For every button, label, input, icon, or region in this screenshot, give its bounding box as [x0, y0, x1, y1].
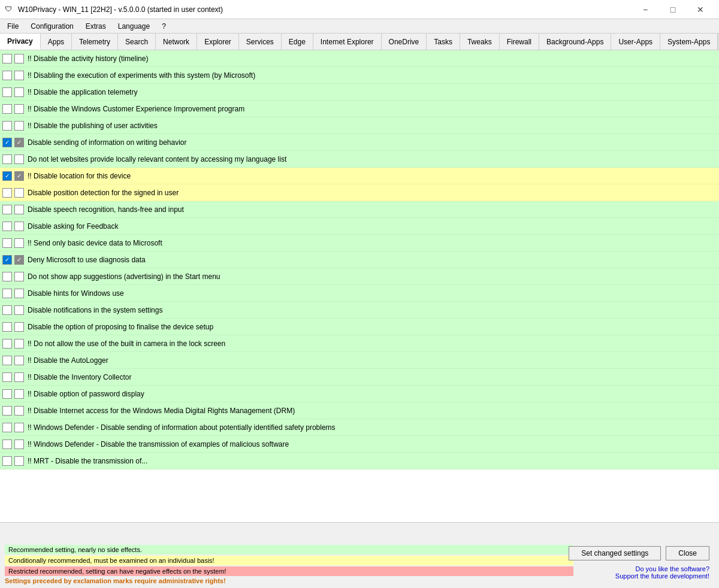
checkbox-inner[interactable]: [14, 440, 24, 449]
checkbox-outer[interactable]: [2, 87, 12, 97]
tab-telemetry[interactable]: Telemetry: [72, 34, 118, 50]
checkbox-inner[interactable]: [14, 456, 24, 466]
item-label: !! Disable Internet access for the Windo…: [28, 407, 295, 415]
checkbox-inner[interactable]: [14, 154, 24, 164]
list-item: !! Disable Internet access for the Windo…: [0, 402, 719, 419]
tab-tasks[interactable]: Tasks: [427, 34, 460, 50]
checkbox-outer[interactable]: [2, 356, 12, 365]
tab-edge[interactable]: Edge: [282, 34, 313, 50]
checkbox-inner[interactable]: [14, 238, 24, 248]
admin-warning: Settings preceded by exclamation marks r…: [5, 577, 573, 584]
checkbox-inner[interactable]: [14, 322, 24, 332]
list-item: Deny Microsoft to use diagnosis data: [0, 251, 719, 268]
item-label: Disable speech recognition, hands-free a…: [28, 205, 184, 214]
list-item: Disable the option of proposing to final…: [0, 319, 719, 335]
item-label: Disable the option of proposing to final…: [28, 323, 213, 331]
tab-network[interactable]: Network: [156, 34, 197, 50]
menu-item-language[interactable]: Language: [113, 21, 155, 32]
item-label: !! Send only basic device data to Micros…: [28, 239, 162, 247]
tab-services[interactable]: Services: [239, 34, 282, 50]
checkbox-inner[interactable]: [14, 339, 24, 348]
checkbox-inner[interactable]: [14, 138, 24, 147]
checkbox-inner[interactable]: [14, 372, 24, 382]
checkbox-inner[interactable]: [14, 305, 24, 315]
menu-item-configuration[interactable]: Configuration: [26, 21, 78, 32]
item-label: !! Do not allow the use of the built in …: [28, 340, 225, 348]
checkbox-outer[interactable]: [2, 339, 12, 348]
list-item: !! Disable the AutoLogger: [0, 352, 719, 369]
list-item: Disable notifications in the system sett…: [0, 302, 719, 319]
checkbox-inner[interactable]: [14, 121, 24, 131]
checkbox-outer[interactable]: [2, 389, 12, 399]
tab-tweaks[interactable]: Tweaks: [460, 34, 500, 50]
tab-internet-explorer[interactable]: Internet Explorer: [313, 34, 382, 50]
checkbox-outer[interactable]: [2, 104, 12, 114]
checkbox-outer[interactable]: [2, 205, 12, 214]
list-item: !! MRT - Disable the transmission of...: [0, 453, 719, 469]
close-window-button[interactable]: ✕: [687, 0, 714, 19]
checkbox-inner[interactable]: [14, 54, 24, 63]
legend-green: Recommended setting, nearly no side effe…: [5, 545, 573, 554]
checkbox-outer[interactable]: [2, 121, 12, 131]
checkbox-outer[interactable]: [2, 305, 12, 315]
checkbox-outer[interactable]: [2, 423, 12, 432]
checkbox-outer[interactable]: [2, 456, 12, 466]
item-label: Disable sending of information on writin…: [28, 138, 186, 147]
checkbox-outer[interactable]: [2, 289, 12, 298]
checkbox-inner[interactable]: [14, 389, 24, 399]
checkbox-outer[interactable]: [2, 322, 12, 332]
checkbox-outer[interactable]: [2, 71, 12, 80]
tab-apps[interactable]: Apps: [41, 34, 72, 50]
checkbox-inner[interactable]: [14, 87, 24, 97]
checkbox-inner[interactable]: [14, 205, 24, 214]
checkbox-outer[interactable]: [2, 440, 12, 449]
checkbox-inner[interactable]: [14, 71, 24, 80]
checkbox-outer[interactable]: [2, 238, 12, 248]
checkbox-inner[interactable]: [14, 272, 24, 281]
checkbox-inner[interactable]: [14, 222, 24, 231]
checkbox-outer[interactable]: [2, 372, 12, 382]
restore-button[interactable]: □: [659, 0, 687, 19]
item-label: !! Disable option of password display: [28, 390, 144, 398]
checkbox-inner[interactable]: [14, 188, 24, 198]
checkbox-outer[interactable]: [2, 154, 12, 164]
list-item: !! Disabling the execution of experiment…: [0, 67, 719, 84]
tab-search[interactable]: Search: [118, 34, 156, 50]
checkbox-outer[interactable]: [2, 188, 12, 198]
item-label: Do not show app suggestions (advertising…: [28, 272, 220, 281]
tab-explorer[interactable]: Explorer: [197, 34, 239, 50]
list-item: !! Disable the Windows Customer Experien…: [0, 101, 719, 117]
close-button[interactable]: Close: [666, 546, 709, 560]
tab-privacy[interactable]: Privacy: [0, 34, 41, 50]
checkbox-outer[interactable]: [2, 171, 12, 181]
checkbox-outer[interactable]: [2, 138, 12, 147]
checkbox-outer[interactable]: [2, 255, 12, 265]
list-item: Disable sending of information on writin…: [0, 134, 719, 151]
checkbox-inner[interactable]: [14, 356, 24, 365]
menu-item-file[interactable]: File: [2, 21, 23, 32]
list-item: Disable position detection for the signe…: [0, 184, 719, 201]
menu-item-?[interactable]: ?: [157, 21, 171, 32]
checkbox-inner[interactable]: [14, 406, 24, 416]
item-label: Disable asking for Feedback: [28, 222, 118, 231]
checkbox-inner[interactable]: [14, 104, 24, 114]
menu-item-extras[interactable]: Extras: [81, 21, 111, 32]
title-bar-title: W10Privacy - WIN_11 [22H2] - v.5.0.0.0 (…: [18, 5, 632, 14]
tab-user-apps[interactable]: User-Apps: [611, 34, 660, 50]
list-item: !! Disable option of password display: [0, 386, 719, 402]
tab-onedrive[interactable]: OneDrive: [382, 34, 427, 50]
checkbox-outer[interactable]: [2, 406, 12, 416]
minimize-button[interactable]: −: [632, 0, 659, 19]
tab-background-apps[interactable]: Background-Apps: [539, 34, 611, 50]
checkbox-outer[interactable]: [2, 272, 12, 281]
checkbox-outer[interactable]: [2, 222, 12, 231]
checkbox-inner[interactable]: [14, 423, 24, 432]
tab-system-apps[interactable]: System-Apps: [660, 34, 718, 50]
tab-firewall[interactable]: Firewall: [500, 34, 539, 50]
checkbox-inner[interactable]: [14, 171, 24, 181]
app-icon: 🛡: [5, 5, 14, 14]
checkbox-inner[interactable]: [14, 289, 24, 298]
set-changed-settings-button[interactable]: Set changed settings: [569, 546, 661, 560]
checkbox-inner[interactable]: [14, 255, 24, 265]
checkbox-outer[interactable]: [2, 54, 12, 63]
